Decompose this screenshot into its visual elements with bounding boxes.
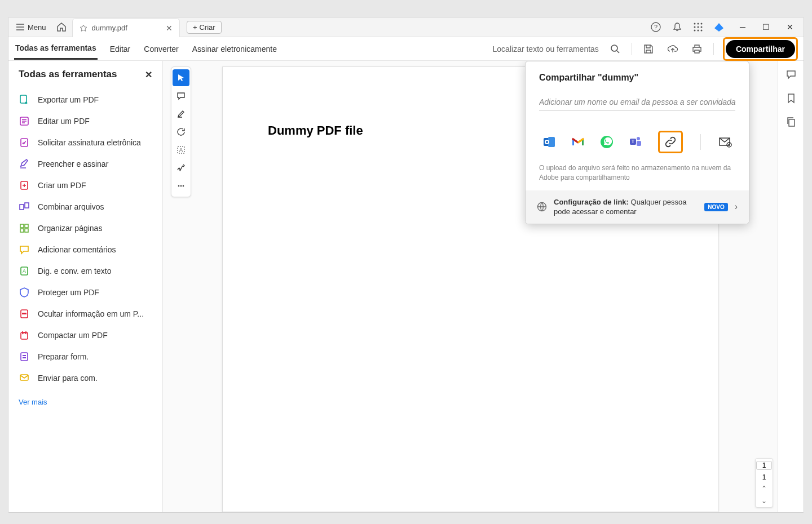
document-viewport[interactable]: A Dummy PDF file Compartilhar "dummy" T [163, 61, 778, 512]
more-icon [176, 181, 186, 190]
tool-icon [19, 351, 30, 362]
divider [632, 43, 632, 55]
whatsapp-icon [600, 135, 614, 149]
tab-edit[interactable]: Editar [109, 39, 132, 59]
svg-point-5 [694, 26, 696, 28]
sidebar-tool-item[interactable]: Organizar páginas [19, 217, 152, 239]
tool-icon [19, 116, 30, 127]
pencil-icon [176, 109, 186, 118]
outlook-icon [542, 135, 556, 149]
rail-bookmarks-button[interactable] [785, 92, 797, 104]
notifications-button[interactable] [668, 19, 687, 35]
svg-point-45 [637, 137, 640, 140]
tool-icon [19, 201, 30, 212]
tab-all-tools[interactable]: Todas as ferramentas [14, 38, 98, 60]
link-config-row[interactable]: Configuração de link: Qualquer pessoa po… [526, 190, 749, 224]
sidebar-tool-item[interactable]: Proteger um PDF [19, 282, 152, 303]
share-gmail-button[interactable] [571, 135, 585, 149]
select-tool[interactable] [173, 69, 189, 86]
document-tab[interactable]: dummy.pdf ✕ [72, 18, 180, 37]
more-tools[interactable] [173, 177, 189, 194]
hamburger-icon [16, 24, 24, 30]
tool-label: Compactar um PDF [38, 331, 108, 340]
minimize-button[interactable]: ─ [736, 20, 749, 34]
tool-icon [19, 180, 30, 191]
sidebar-tool-item[interactable]: Ocultar informação em um P... [19, 303, 152, 325]
page-up-button[interactable]: ⌃ [761, 482, 767, 495]
create-button[interactable]: + Criar [187, 21, 222, 34]
eraser-icon [176, 127, 186, 136]
tool-label: Dig. e conv. em texto [38, 267, 111, 276]
share-whatsapp-button[interactable] [600, 135, 614, 149]
share-link-button[interactable] [664, 136, 677, 148]
page-down-button[interactable]: ⌄ [761, 495, 767, 507]
sidebar-tool-item[interactable]: Adicionar comentários [19, 239, 152, 260]
see-more-link[interactable]: Ver mais [19, 398, 47, 406]
globe-icon [537, 202, 547, 212]
tool-label: Ocultar informação em um P... [38, 309, 144, 318]
sidebar-close-button[interactable]: ✕ [145, 69, 152, 80]
rail-comments-button[interactable] [785, 69, 797, 80]
link-icon [664, 136, 677, 148]
share-button[interactable]: Compartilhar [726, 40, 795, 58]
chevron-right-icon: › [735, 202, 738, 212]
tool-label: Solicitar assinatura eletrônica [38, 138, 141, 147]
sidebar-tool-item[interactable]: Enviar para com. [19, 367, 152, 389]
text-select-tool[interactable]: A [173, 141, 189, 158]
bell-icon [672, 22, 682, 32]
svg-rect-29 [23, 357, 26, 358]
share-teams-button[interactable]: T [629, 135, 642, 149]
tab-sign[interactable]: Assinar eletronicamente [191, 39, 278, 59]
text-select-icon: A [176, 145, 186, 154]
sidebar-tool-item[interactable]: Criar um PDF [19, 175, 152, 196]
save-button[interactable] [641, 42, 656, 56]
svg-point-33 [178, 185, 180, 187]
search-button[interactable] [608, 42, 623, 56]
page-number-input[interactable] [756, 461, 772, 470]
sidebar-tool-item[interactable]: Editar um PDF [19, 110, 152, 132]
tool-label: Organizar páginas [38, 224, 102, 233]
tool-label: Editar um PDF [38, 117, 90, 126]
share-invite-input[interactable] [539, 94, 735, 110]
sidebar-tool-item[interactable]: Preparar form. [19, 346, 152, 367]
share-outlook-button[interactable] [542, 135, 556, 149]
comment-icon [176, 91, 186, 100]
rail-copy-button[interactable] [785, 116, 797, 127]
maximize-button[interactable]: ☐ [759, 20, 773, 34]
home-button[interactable] [53, 19, 70, 35]
svg-point-6 [698, 26, 699, 28]
star-icon [80, 24, 87, 32]
print-button[interactable] [690, 42, 704, 56]
svg-point-4 [701, 23, 703, 25]
tab-convert[interactable]: Converter [143, 39, 179, 59]
sidebar-tool-item[interactable]: Exportar um PDF [19, 89, 152, 110]
cloud-upload-button[interactable] [665, 42, 681, 56]
svg-point-35 [183, 185, 184, 187]
sidebar-tool-item[interactable]: Preencher e assinar [19, 153, 152, 175]
tool-label: Preencher e assinar [38, 159, 108, 168]
tool-label: Combinar arquivos [38, 202, 104, 211]
sign-tool[interactable] [173, 159, 189, 176]
comments-icon [785, 69, 797, 80]
svg-point-3 [698, 23, 699, 25]
sidebar-tool-item[interactable]: Combinar arquivos [19, 196, 152, 217]
tool-label: Adicionar comentários [38, 245, 116, 254]
account-button[interactable] [709, 19, 729, 35]
sidebar-tool-item[interactable]: ADig. e conv. em texto [19, 260, 152, 282]
close-window-button[interactable]: ✕ [783, 20, 797, 34]
sidebar-tool-item[interactable]: Compactar um PDF [19, 325, 152, 346]
eraser-tool[interactable] [173, 123, 189, 140]
svg-rect-17 [25, 203, 29, 208]
svg-rect-25 [22, 313, 27, 314]
search-placeholder[interactable]: Localizar texto ou ferramentas [493, 45, 599, 54]
novo-badge: NOVO [704, 203, 727, 211]
share-email-attach-button[interactable] [718, 135, 732, 149]
comment-tool[interactable] [173, 87, 189, 104]
svg-rect-27 [21, 353, 28, 361]
menu-button[interactable]: Menu [12, 21, 51, 34]
tab-close-button[interactable]: ✕ [166, 24, 173, 33]
help-button[interactable]: ? [646, 19, 665, 35]
highlight-tool[interactable] [173, 105, 189, 122]
sidebar-tool-item[interactable]: Solicitar assinatura eletrônica [19, 132, 152, 153]
apps-grid-button[interactable] [689, 19, 707, 35]
